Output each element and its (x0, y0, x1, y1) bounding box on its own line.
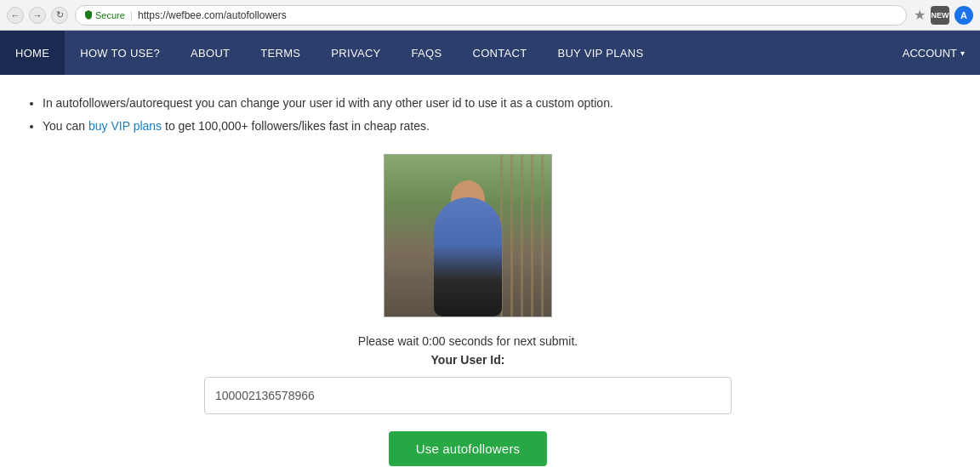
nav-item-faqs[interactable]: FAQS (396, 31, 458, 75)
extension-icon: NEW (931, 6, 949, 25)
feature-list: In autofollowers/autorequest you can cha… (26, 92, 910, 137)
browser-right-icons: ★ NEW A (914, 6, 973, 25)
nav-item-contact[interactable]: CONTACT (457, 31, 542, 75)
nav-item-buy-vip-plans[interactable]: BUY VIP PLANS (542, 31, 658, 75)
nav-item-home[interactable]: HOME (0, 31, 65, 75)
account-dropdown-arrow: ▾ (960, 48, 965, 58)
vip-plans-link[interactable]: buy VIP plans (88, 119, 162, 133)
nav-item-about[interactable]: ABOUT (175, 31, 245, 75)
refresh-button[interactable]: ↻ (51, 7, 68, 24)
feature-item-2: You can buy VIP plans to get 100,000+ fo… (43, 115, 910, 138)
address-bar[interactable]: Secure | https://wefbee.com/autofollower… (75, 5, 907, 26)
nav-item-terms[interactable]: TERMS (245, 31, 316, 75)
userid-input[interactable] (204, 377, 732, 414)
userid-input-container (26, 377, 910, 414)
browser-chrome: ← → ↻ Secure | https://wefbee.com/autofo… (0, 0, 980, 31)
nav-account-menu[interactable]: ACCOUNT ▾ (887, 31, 980, 75)
forward-button[interactable]: → (29, 7, 46, 24)
main-content: In autofollowers/autorequest you can cha… (0, 75, 936, 467)
nav-item-privacy[interactable]: PRIVACY (316, 31, 396, 75)
browser-nav-controls: ← → ↻ (7, 7, 68, 24)
nav-item-how-to-use[interactable]: HOW TO USE? (65, 31, 175, 75)
button-container: Use autofollowers (26, 431, 910, 466)
userid-label: Your User Id: (26, 353, 910, 367)
autofollowers-button[interactable]: Use autofollowers (389, 431, 548, 466)
url-text: https://wefbee.com/autofollowers (138, 9, 287, 21)
back-button[interactable]: ← (7, 7, 24, 24)
wait-text: Please wait 0:00 seconds for next submit… (26, 334, 910, 348)
user-avatar-icon[interactable]: A (954, 6, 973, 25)
secure-badge: Secure (84, 10, 125, 20)
navbar: HOME HOW TO USE? ABOUT TERMS PRIVACY FAQ… (0, 31, 980, 75)
feature-item-1: In autofollowers/autorequest you can cha… (43, 92, 910, 115)
profile-photo (384, 154, 552, 317)
profile-image-container (26, 154, 910, 317)
bookmark-icon[interactable]: ★ (914, 7, 926, 23)
